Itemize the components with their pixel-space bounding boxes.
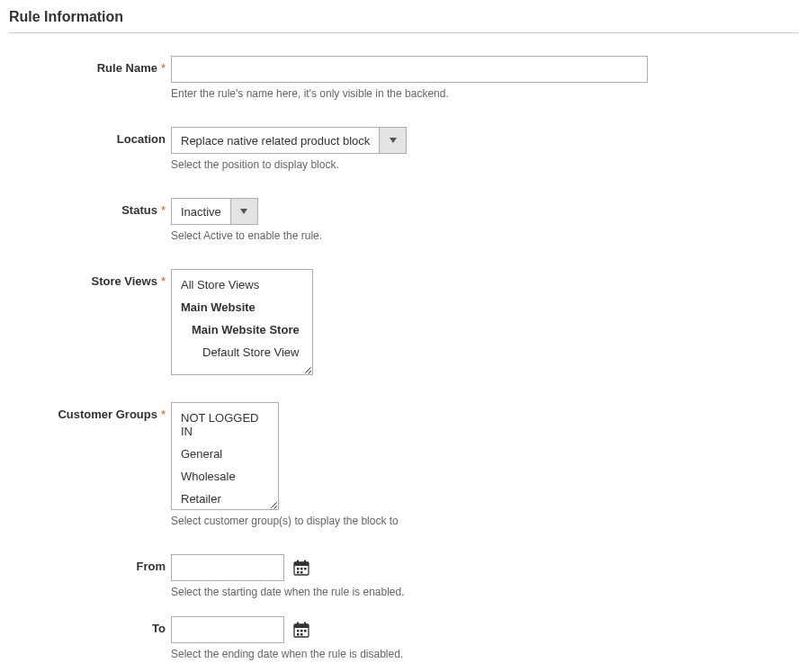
svg-rect-10 — [294, 624, 309, 628]
customer-group-option[interactable]: NOT LOGGED IN — [172, 407, 278, 443]
resize-handle-icon — [268, 499, 277, 508]
svg-rect-3 — [304, 560, 306, 564]
label-text: Store Views — [91, 274, 157, 288]
svg-rect-5 — [300, 568, 303, 570]
label-text: To — [152, 622, 166, 635]
required-asterisk: * — [161, 61, 166, 75]
svg-rect-11 — [297, 623, 299, 626]
from-date-input[interactable] — [171, 554, 284, 581]
svg-rect-4 — [297, 568, 300, 570]
svg-rect-8 — [300, 571, 303, 574]
store-view-option[interactable]: Main Website — [172, 296, 312, 318]
customer-group-option[interactable]: General — [172, 443, 278, 465]
svg-rect-1 — [294, 562, 309, 566]
status-selected: Inactive — [172, 199, 230, 224]
location-select[interactable]: Replace native related product block — [171, 127, 407, 154]
section-title: Rule Information — [9, 9, 798, 33]
svg-rect-14 — [300, 630, 303, 632]
customer-groups-hint: Select customer group(s) to display the … — [171, 515, 798, 527]
required-asterisk: * — [161, 203, 166, 217]
svg-rect-17 — [300, 633, 303, 636]
status-select[interactable]: Inactive — [171, 198, 258, 225]
customer-group-option[interactable]: Retailer — [172, 488, 278, 510]
label-text: Location — [117, 132, 166, 146]
calendar-icon[interactable] — [293, 622, 309, 638]
to-hint: Select the ending date when the rule is … — [171, 648, 798, 660]
store-views-label: Store Views* — [9, 269, 171, 288]
customer-groups-label: Customer Groups* — [9, 402, 171, 421]
required-asterisk: * — [161, 408, 166, 421]
location-selected: Replace native related product block — [172, 128, 379, 153]
location-label: Location — [9, 127, 171, 146]
from-label: From — [9, 554, 171, 573]
svg-rect-16 — [297, 633, 300, 636]
required-asterisk: * — [161, 274, 166, 288]
rule-name-hint: Enter the rule's name here, it's only vi… — [171, 87, 648, 100]
label-text: From — [137, 560, 166, 573]
resize-handle-icon — [302, 364, 311, 373]
from-hint: Select the starting date when the rule i… — [171, 586, 798, 598]
chevron-down-icon — [379, 128, 406, 153]
rule-name-input[interactable] — [171, 56, 648, 83]
store-view-option[interactable]: Main Website Store — [172, 318, 312, 341]
customer-groups-multiselect[interactable]: NOT LOGGED IN General Wholesale Retailer — [171, 402, 279, 510]
rule-name-label: Rule Name* — [9, 56, 171, 75]
calendar-icon[interactable] — [293, 560, 309, 576]
svg-rect-2 — [297, 560, 299, 564]
svg-rect-7 — [297, 571, 300, 574]
svg-rect-6 — [304, 568, 307, 570]
store-view-option[interactable]: All Store Views — [172, 273, 312, 296]
location-hint: Select the position to display block. — [171, 158, 798, 171]
label-text: Customer Groups — [58, 408, 157, 421]
store-views-multiselect[interactable]: All Store Views Main Website Main Websit… — [171, 269, 313, 375]
label-text: Rule Name — [97, 61, 157, 75]
to-label: To — [9, 616, 171, 635]
to-date-input[interactable] — [171, 616, 284, 643]
store-view-option[interactable]: Default Store View — [172, 341, 312, 363]
svg-rect-15 — [304, 630, 307, 632]
chevron-down-icon — [230, 199, 257, 224]
customer-group-option[interactable]: Wholesale — [172, 465, 278, 488]
label-text: Status — [121, 203, 157, 217]
status-label: Status* — [9, 198, 171, 217]
svg-rect-13 — [297, 630, 300, 632]
svg-rect-12 — [304, 623, 306, 626]
status-hint: Select Active to enable the rule. — [171, 229, 798, 242]
